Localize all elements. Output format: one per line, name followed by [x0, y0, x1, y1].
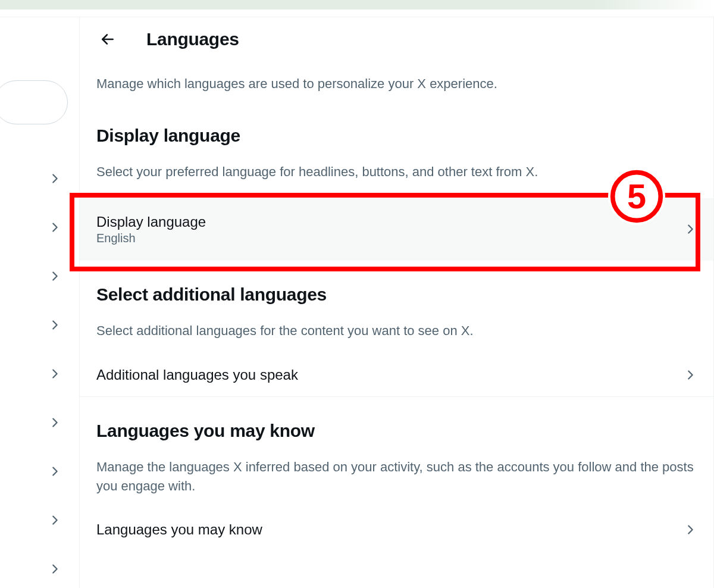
sidebar-item[interactable] — [0, 252, 79, 301]
page-intro: Manage which languages are used to perso… — [80, 74, 713, 93]
chevron-right-icon — [48, 416, 61, 429]
page-title: Languages — [146, 29, 239, 49]
additional-languages-row[interactable]: Additional languages you speak — [80, 354, 713, 396]
sidebar — [0, 17, 80, 588]
annotation-circle: 5 — [608, 168, 665, 225]
back-button[interactable] — [96, 28, 119, 51]
sidebar-item[interactable] — [0, 398, 79, 447]
chevron-right-icon — [684, 223, 697, 236]
svg-text:5: 5 — [627, 177, 646, 215]
chevron-right-icon — [48, 514, 61, 527]
chevron-right-icon — [48, 465, 61, 478]
sidebar-item[interactable] — [0, 203, 79, 252]
chevron-right-icon — [48, 270, 61, 283]
row-texts: Display language English — [96, 214, 206, 245]
divider — [80, 396, 713, 397]
sidebar-item[interactable] — [0, 349, 79, 398]
section-desc-known: Manage the languages X inferred based on… — [80, 458, 713, 496]
sidebar-item[interactable] — [0, 447, 79, 496]
sidebar-item[interactable] — [0, 301, 79, 349]
browser-top-bar-fade — [595, 0, 714, 10]
section-title-display: Display language — [80, 126, 713, 146]
sidebar-item[interactable] — [0, 545, 79, 588]
annotation-number-icon: 5 — [608, 168, 665, 225]
chevron-right-icon — [684, 523, 697, 536]
section-title-known: Languages you may know — [80, 421, 713, 441]
page-header: Languages — [80, 17, 713, 58]
chevron-right-icon — [48, 221, 61, 234]
section-desc-additional: Select additional languages for the cont… — [80, 321, 713, 340]
content-wrap: Languages Manage which languages are use… — [0, 17, 714, 588]
languages-you-may-know-row[interactable]: Languages you may know — [80, 508, 713, 551]
sidebar-item[interactable] — [0, 154, 79, 203]
chevron-right-icon — [48, 562, 61, 576]
row-title: Display language — [96, 214, 206, 230]
chevron-right-icon — [48, 172, 61, 185]
chevron-right-icon — [48, 318, 61, 331]
sidebar-item[interactable] — [0, 496, 79, 545]
row-value: English — [96, 232, 206, 245]
row-title: Languages you may know — [96, 521, 262, 538]
sidebar-pill-button[interactable] — [0, 80, 68, 124]
chevron-right-icon — [48, 367, 61, 380]
section-title-additional: Select additional languages — [80, 284, 713, 305]
chevron-right-icon — [684, 368, 697, 381]
row-title: Additional languages you speak — [96, 367, 298, 383]
main-content: Languages Manage which languages are use… — [80, 17, 714, 588]
arrow-left-icon — [100, 32, 115, 47]
